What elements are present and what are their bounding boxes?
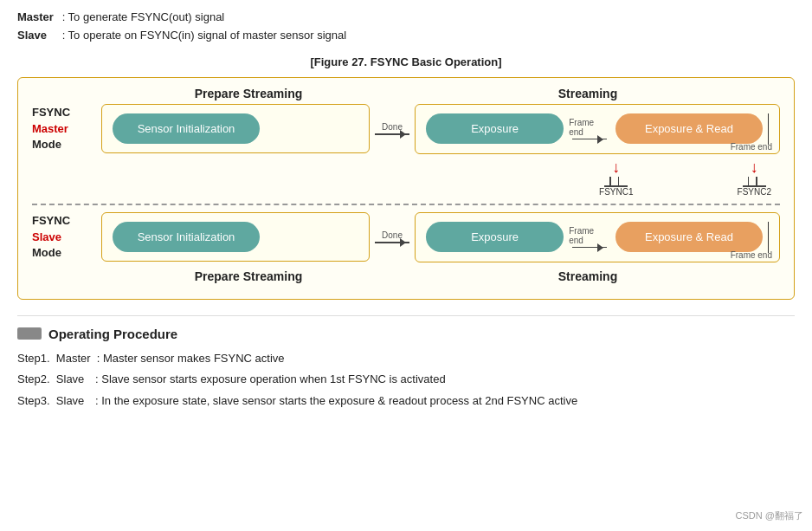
step2-desc: : Slave sensor starts exposure operation… <box>95 372 446 385</box>
prepare-label-top: Prepare Streaming <box>101 87 396 100</box>
slave-feedback <box>766 222 770 253</box>
master-arrow-line <box>375 133 409 135</box>
fsync2-pulse <box>743 175 766 187</box>
op-step3: Step3. Slave : In the exposure state, sl… <box>17 392 795 411</box>
slave-desc: : To operate on FSYNC(in) signal of mast… <box>62 29 347 42</box>
slave-row: FSYNC Slave Mode Sensor Initialization D… <box>32 212 780 262</box>
streaming-label-bottom: Streaming <box>396 269 780 283</box>
master-line2: Master <box>32 121 101 137</box>
master-line3: Mode <box>32 137 101 152</box>
op-title-icon <box>17 327 42 340</box>
master-label: Master <box>17 9 59 27</box>
slave-init-node: Sensor Initialization <box>113 222 260 252</box>
master-streaming-inner: Exposure Frame end Exposure & Read <box>426 113 769 145</box>
slave-streaming-inner: Exposure Frame end Exposure & Read <box>426 222 769 253</box>
fsync1-signal: ↓ FSYNC1 <box>599 159 633 197</box>
master-frameend-arrow-line <box>572 139 607 140</box>
step1-desc: : Master sensor makes FSYNC active <box>97 352 285 365</box>
master-frame-end-bottom: Frame end <box>731 142 772 152</box>
step2-prefix: Step2. Slave <box>17 371 95 389</box>
prepare-label-bottom: Prepare Streaming <box>101 269 396 283</box>
fsync2-signal: ↓ FSYNC2 <box>738 159 771 197</box>
streaming-label-top: Streaming <box>396 87 780 100</box>
master-prepare-section: Sensor Initialization <box>101 104 370 153</box>
master-streaming-section: Exposure Frame end Exposure & Read Frame… <box>415 104 780 154</box>
slave-label: Slave <box>17 27 59 45</box>
master-exposure-read-node: Exposure & Read <box>615 113 762 144</box>
slave-mode-label: FSYNC Slave Mode <box>32 213 101 261</box>
slave-arrow-line <box>375 242 409 243</box>
slave-frame-end-bottom: Frame end <box>731 250 772 260</box>
slave-line3: Mode <box>32 245 101 261</box>
op-title: Operating Procedure <box>17 327 795 341</box>
op-step1: Step1. Master : Master sensor makes FSYN… <box>17 350 795 368</box>
fsync-signals-row: ↓ FSYNC1 ↓ FSYNC2 <box>32 159 780 197</box>
fsync2-arrow: ↓ <box>751 159 758 175</box>
master-mode-label: FSYNC Master Mode <box>32 105 101 152</box>
operating-procedure-section: Operating Procedure Step1. Master : Mast… <box>17 315 795 411</box>
watermark: CSDN @翻福了 <box>736 509 803 522</box>
master-exposure-node: Exposure <box>426 113 564 144</box>
master-feedback-vline <box>768 113 770 145</box>
master-desc: : To generate FSYNC(out) signal <box>62 10 225 23</box>
diagram-container: Prepare Streaming Streaming FSYNC Master… <box>17 77 795 300</box>
step3-desc: : In the exposure state, slave sensor st… <box>95 394 577 407</box>
op-steps: Step1. Master : Master sensor makes FSYN… <box>17 350 795 411</box>
master-line1: FSYNC <box>32 105 101 120</box>
master-arrow-done: Done <box>375 122 409 135</box>
slave-exposure-read-node: Exposure & Read <box>615 222 762 252</box>
slave-line1: FSYNC <box>32 213 101 229</box>
section-labels-top: Prepare Streaming Streaming <box>101 87 780 100</box>
figure-title: [Figure 27. FSYNC Basic Operation] <box>17 55 795 68</box>
slave-exposure-node: Exposure <box>426 222 564 252</box>
step1-prefix: Step1. Master <box>17 350 97 368</box>
section-labels-bottom: Prepare Streaming Streaming <box>101 269 780 283</box>
master-feedback-top <box>766 113 770 145</box>
fsync2-label: FSYNC2 <box>738 187 771 197</box>
slave-arrow-done: Done <box>375 230 409 243</box>
dashed-separator <box>32 204 780 205</box>
top-description: Master : To generate FSYNC(out) signal S… <box>17 9 795 45</box>
fsync1-pulse <box>604 175 628 187</box>
slave-feedback-vline <box>768 222 770 253</box>
master-init-node: Sensor Initialization <box>113 113 260 144</box>
master-arrow-frameend: Frame end <box>569 118 610 140</box>
op-title-text: Operating Procedure <box>48 327 177 341</box>
slave-line2: Slave <box>32 230 101 245</box>
slave-arrow-frameend: Frame end <box>569 226 610 249</box>
slave-streaming-section: Exposure Frame end Exposure & Read Frame… <box>415 212 780 262</box>
slave-frameend-arrow-line <box>572 247 607 249</box>
master-feedback <box>766 113 770 145</box>
master-frameend-label: Frame end <box>569 118 610 137</box>
master-row: FSYNC Master Mode Sensor Initialization … <box>32 104 780 154</box>
slave-frameend-label: Frame end <box>569 226 610 245</box>
fsync1-arrow: ↓ <box>612 159 620 175</box>
step3-prefix: Step3. Slave <box>17 392 95 411</box>
slave-prepare-section: Sensor Initialization <box>101 212 370 262</box>
op-step2: Step2. Slave : Slave sensor starts expos… <box>17 371 795 389</box>
fsync1-label: FSYNC1 <box>599 187 633 197</box>
